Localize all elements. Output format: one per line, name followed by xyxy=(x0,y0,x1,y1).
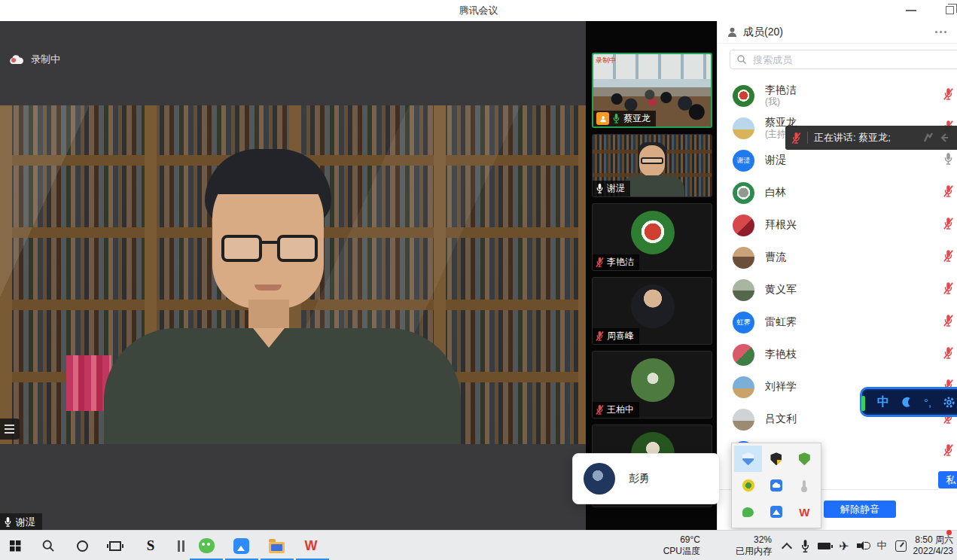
avatar xyxy=(631,358,675,402)
mic-muted-icon[interactable] xyxy=(943,249,955,266)
ime-settings-gear-icon[interactable] xyxy=(943,396,955,409)
thumbnail-name: 李艳洁 xyxy=(607,256,634,269)
more-options-button[interactable] xyxy=(934,28,948,36)
blue-mountain-app-icon[interactable] xyxy=(762,499,790,525)
person-fringe xyxy=(212,158,324,194)
thumbnail-wangbozhong[interactable]: 王柏中 xyxy=(592,351,712,418)
ime-mode-button[interactable]: 中 xyxy=(877,394,889,410)
thumbnail-zhouxifeng[interactable]: 周喜峰 xyxy=(592,277,712,345)
battery-icon[interactable] xyxy=(815,537,833,555)
member-name: 李艳洁 xyxy=(765,84,797,97)
taskbar-clock[interactable]: 8:50 周六2022/4/23 xyxy=(896,534,953,557)
thumbnail-name: 周喜峰 xyxy=(607,330,634,342)
member-row[interactable]: 曹流 xyxy=(718,242,957,273)
thumbnail-liyanjie[interactable]: 李艳洁 xyxy=(592,203,712,271)
minimize-button[interactable] xyxy=(906,10,916,11)
yellow-green-ball-icon[interactable] xyxy=(734,472,762,498)
recording-badge: 录制中 xyxy=(9,53,60,66)
avatar xyxy=(631,285,675,328)
thumbnail-xieshi[interactable]: 谢湜 xyxy=(592,134,712,197)
mic-muted-icon[interactable] xyxy=(943,184,955,201)
tencent-meeting-screen: 腾讯会议 录制中 xyxy=(0,0,957,560)
member-row[interactable]: 李艳洁(我) xyxy=(718,80,957,111)
ime-toolbar: 中 °, xyxy=(860,387,957,417)
task-view-icon[interactable] xyxy=(106,537,124,555)
mic-muted-icon[interactable] xyxy=(943,443,955,460)
unmute-button[interactable]: 解除静音 xyxy=(824,501,896,518)
avatar xyxy=(733,215,754,236)
thermometer-icon[interactable] xyxy=(791,472,818,498)
member-search-box[interactable] xyxy=(730,50,957,69)
taskbar-search-icon[interactable] xyxy=(39,537,57,555)
wps-taskbar-icon[interactable]: W xyxy=(302,537,320,555)
avatar xyxy=(733,85,754,107)
sogou-ime-icon[interactable]: S xyxy=(142,537,160,555)
main-video-stage[interactable]: 录制中 谢湜 xyxy=(0,21,586,530)
person-mouth xyxy=(254,285,282,291)
search-input[interactable] xyxy=(751,53,956,66)
cortana-icon[interactable] xyxy=(73,537,91,555)
pause-bars-icon[interactable] xyxy=(172,537,190,555)
mic-muted-icon[interactable] xyxy=(943,87,955,104)
speaker-name: 谢湜 xyxy=(16,516,35,529)
remote-recording-text: 录制中 xyxy=(596,56,616,65)
toast-text: 正在讲话: 蔡亚龙; xyxy=(814,131,891,145)
speaker-name-badge: 谢湜 xyxy=(0,513,42,530)
member-row[interactable]: 虹霁 雷虹霁 xyxy=(718,306,957,338)
wechat-taskbar-icon[interactable] xyxy=(197,537,215,555)
green-bird-icon[interactable] xyxy=(734,499,762,525)
meeting-taskbar-icon[interactable] xyxy=(232,537,250,555)
thumbnail-name: 蔡亚龙 xyxy=(623,112,651,125)
dark-shield-badge-icon[interactable] xyxy=(762,446,790,472)
members-header: 成员(20) xyxy=(718,21,957,44)
fullwidth-moon-icon[interactable] xyxy=(901,396,913,408)
thumbnail-name: 谢湜 xyxy=(607,182,625,195)
member-row[interactable]: 黄义军 xyxy=(718,274,957,306)
person-glasses xyxy=(221,235,318,263)
ime-drag-handle[interactable] xyxy=(861,396,865,411)
avatar xyxy=(733,376,754,398)
mic-on-icon[interactable] xyxy=(943,152,955,169)
mic-muted-icon[interactable] xyxy=(943,217,955,233)
member-name: 黄义军 xyxy=(765,283,797,297)
avatar xyxy=(733,247,754,269)
mini-glasses xyxy=(641,157,663,164)
tray-mic-icon[interactable] xyxy=(796,537,814,555)
avatar xyxy=(733,279,754,301)
member-row[interactable]: 李艳枝 xyxy=(718,339,957,370)
mic-muted-icon[interactable] xyxy=(943,314,955,330)
member-name: 吕文利 xyxy=(765,412,797,426)
window-titlebar: 腾讯会议 xyxy=(0,0,957,21)
green-shield-icon[interactable] xyxy=(791,446,818,472)
restore-button[interactable] xyxy=(946,6,954,14)
blue-shield-icon[interactable] xyxy=(734,446,762,472)
file-explorer-icon[interactable] xyxy=(267,537,285,555)
sidebar-toggle-button[interactable] xyxy=(0,418,20,440)
volume-icon[interactable] xyxy=(853,537,871,555)
avatar xyxy=(733,409,754,431)
member-row[interactable]: 白林 xyxy=(718,177,957,208)
red-w-icon[interactable]: W xyxy=(791,499,818,525)
ime-indicator[interactable]: 中 xyxy=(873,537,891,555)
avatar: 虹霁 xyxy=(733,312,754,333)
mic-muted-icon[interactable] xyxy=(943,282,955,298)
blue-cloud-app-icon[interactable] xyxy=(762,472,790,498)
speaking-toast: 正在讲话: 蔡亚龙; xyxy=(785,126,957,150)
punctuation-mode-button[interactable]: °, xyxy=(924,396,931,409)
member-name: 白林 xyxy=(765,186,786,199)
member-row[interactable]: 拜根兴 xyxy=(718,209,957,241)
private-chat-button[interactable]: 私 xyxy=(938,471,957,488)
mic-muted-icon[interactable] xyxy=(943,346,955,363)
airplane-mode-icon[interactable]: ✈ xyxy=(835,537,853,555)
member-sub: (我) xyxy=(765,96,797,108)
mic-muted-icon xyxy=(596,404,604,415)
back-arrow-icon[interactable] xyxy=(939,132,951,144)
member-name: 拜根兴 xyxy=(765,218,797,232)
hidden-icons-chevron[interactable] xyxy=(778,537,796,555)
wave-icon[interactable] xyxy=(922,132,934,144)
main-video[interactable] xyxy=(0,105,586,444)
notification-red-dot xyxy=(946,530,952,535)
start-button[interactable] xyxy=(6,537,24,555)
mic-on-icon xyxy=(612,113,620,124)
thumbnail-caiyalong[interactable]: 录制中 蔡亚龙 xyxy=(592,53,712,128)
